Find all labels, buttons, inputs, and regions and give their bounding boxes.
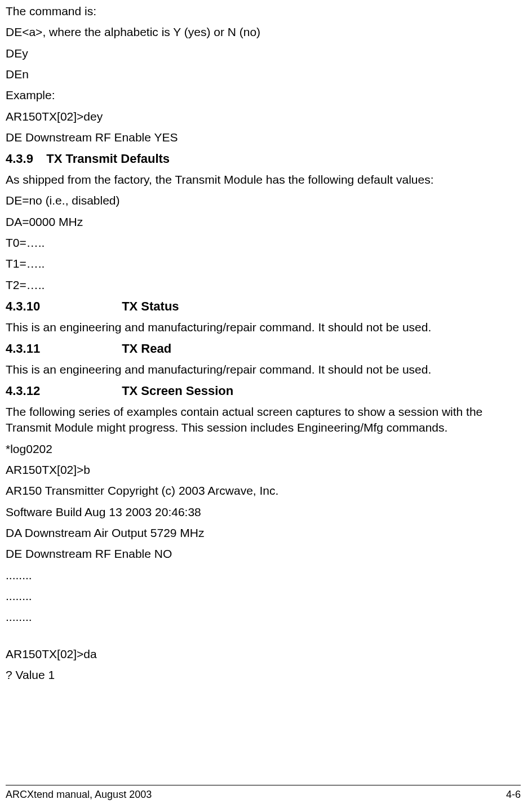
footer-page-number: 4-6 [506, 788, 521, 801]
body-text: T1=….. [6, 256, 521, 272]
body-text: As shipped from the factory, the Transmi… [6, 172, 521, 188]
heading-title: TX Read [122, 341, 171, 356]
heading-number: 4.3.12 [6, 383, 118, 399]
body-text: T2=….. [6, 277, 521, 293]
body-text: DA=0000 MHz [6, 214, 521, 230]
body-text: *log0202 [6, 441, 521, 457]
body-text: ........ [6, 588, 521, 604]
body-text: AR150TX[02]>da [6, 646, 521, 662]
heading-title: TX Status [122, 299, 179, 313]
body-text: DA Downstream Air Output 5729 MHz [6, 525, 521, 541]
body-text: The following series of examples contain… [6, 404, 521, 436]
body-text: T0=….. [6, 235, 521, 251]
body-text: AR150TX[02]>dey [6, 109, 521, 125]
heading-number: 4.3.11 [6, 340, 118, 357]
body-text: ? Value 1 [6, 667, 521, 683]
blank-line [6, 631, 521, 646]
page-footer: ARCXtend manual, August 2003 4-6 [6, 785, 521, 801]
body-text: Software Build Aug 13 2003 20:46:38 [6, 504, 521, 520]
body-text: DE Downstream RF Enable NO [6, 546, 521, 562]
body-text: Example: [6, 87, 521, 103]
body-text: DEn [6, 66, 521, 82]
body-text: The command is: [6, 3, 521, 19]
heading-number: 4.3.10 [6, 298, 118, 315]
body-text: DE<a>, where the alphabetic is Y (yes) o… [6, 24, 521, 40]
section-heading-4310: 4.3.10 TX Status [6, 298, 521, 315]
page-content: The command is: DE<a>, where the alphabe… [6, 3, 521, 716]
footer-left: ARCXtend manual, August 2003 [6, 788, 152, 801]
body-text: This is an engineering and manufacturing… [6, 362, 521, 378]
body-text: AR150 Transmitter Copyright (c) 2003 Arc… [6, 483, 521, 499]
body-text: DE Downstream RF Enable YES [6, 130, 521, 145]
body-text: AR150TX[02]>b [6, 462, 521, 478]
body-text: ........ [6, 567, 521, 583]
heading-title: TX Transmit Defaults [46, 152, 170, 166]
heading-number: 4.3.9 [6, 150, 39, 167]
heading-title: TX Screen Session [122, 384, 233, 398]
section-heading-4312: 4.3.12 TX Screen Session [6, 383, 521, 399]
body-text: DE=no (i.e., disabled) [6, 193, 521, 208]
section-heading-4311: 4.3.11 TX Read [6, 340, 521, 357]
body-text: This is an engineering and manufacturing… [6, 319, 521, 335]
body-text: ........ [6, 609, 521, 625]
section-heading-439: 4.3.9 TX Transmit Defaults [6, 150, 521, 167]
body-text: DEy [6, 46, 521, 61]
